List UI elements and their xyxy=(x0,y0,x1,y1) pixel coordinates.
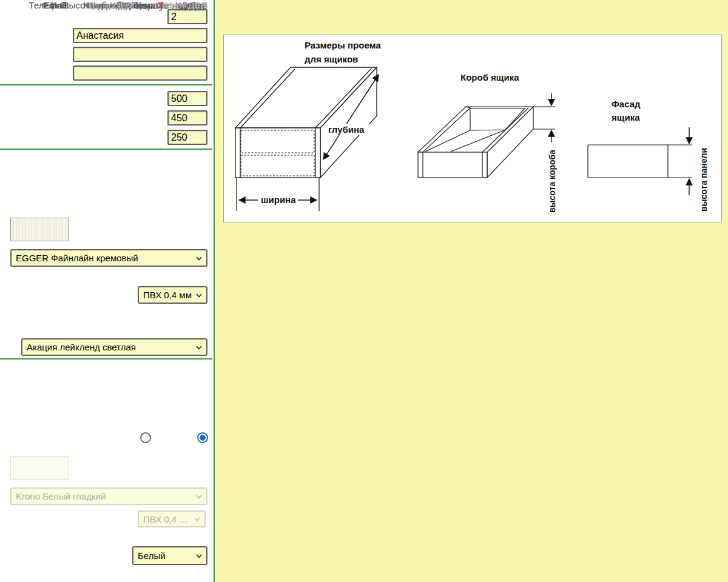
chevron-down-icon xyxy=(194,515,201,523)
opening-title-line2: для ящиков xyxy=(305,54,358,64)
drawer-box-diagram: Короб ящика xyxy=(418,72,557,213)
opening-diagram: Размеры проема для ящиков xyxy=(235,40,381,211)
front-title-line2: ящика xyxy=(612,112,640,122)
depth-dimension-label: глубина xyxy=(328,124,365,135)
edge-color-select[interactable]: Акация лейкленд светлая xyxy=(21,338,207,356)
diagram-panel: Размеры проема для ящиков xyxy=(223,35,722,222)
dno-edge-type-select: ПВХ 0,4 мм xyxy=(138,510,206,527)
drawer-diagrams: Размеры проема для ящиков xyxy=(224,35,721,222)
dsp-color-select[interactable]: EGGER Файнлайн кремовый xyxy=(10,249,207,267)
dsp-color-value: EGGER Файнлайн кремовый xyxy=(16,253,138,263)
front-panel-diagram: Фасад ящика высота панели xyxy=(588,99,709,212)
radio-dsp[interactable] xyxy=(140,432,151,443)
box-title: Короб ящика xyxy=(460,72,519,82)
separator xyxy=(0,358,212,360)
chevron-down-icon xyxy=(195,255,203,262)
hdf-color-label: Цвет ХДФ xyxy=(0,0,129,10)
order-form-panel: Кол-во ящиков, шт. Ф.И.О. Телефон: Email… xyxy=(0,0,214,582)
front-title-line1: Фасад xyxy=(612,99,641,109)
edge-type-value: ПВХ 0,4 мм xyxy=(143,290,192,300)
separator xyxy=(0,84,212,85)
dno-dsp-color-select: Krono Белый гладкий xyxy=(10,487,207,505)
fio-input[interactable] xyxy=(73,28,207,43)
chevron-down-icon xyxy=(195,344,203,351)
hdf-color-select[interactable]: Белый xyxy=(132,546,207,565)
opening-depth-input[interactable] xyxy=(167,110,207,125)
chevron-down-icon xyxy=(195,292,203,299)
edge-color-value: Акация лейкленд светлая xyxy=(27,342,136,352)
dno-dsp-color-swatch xyxy=(10,456,69,480)
phone-input[interactable] xyxy=(73,47,207,62)
email-input[interactable] xyxy=(73,65,207,81)
dsp-color-swatch xyxy=(10,218,69,241)
drawer-calculator-app: Кол-во ящиков, шт. Ф.И.О. Телефон: Email… xyxy=(0,0,728,582)
edge-type-select[interactable]: ПВХ 0,4 мм xyxy=(138,286,207,304)
chevron-down-icon xyxy=(195,493,203,500)
dno-edge-type-value: ПВХ 0,4 мм xyxy=(143,514,190,524)
opening-width-input[interactable] xyxy=(167,91,207,106)
box-height-input[interactable] xyxy=(167,130,207,145)
dno-dsp-color-value: Krono Белый гладкий xyxy=(16,491,106,501)
box-height-dimension-label: высота короба xyxy=(547,150,557,213)
chevron-down-icon xyxy=(195,552,203,560)
radio-hdf[interactable] xyxy=(197,432,208,443)
hdf-color-value: Белый xyxy=(138,550,166,561)
separator xyxy=(0,149,212,150)
opening-title-line1: Размеры проема xyxy=(305,40,381,50)
width-dimension-label: ширина xyxy=(261,195,296,205)
panel-height-dimension-label: высота панели xyxy=(699,148,709,212)
panel-divider xyxy=(214,0,215,582)
